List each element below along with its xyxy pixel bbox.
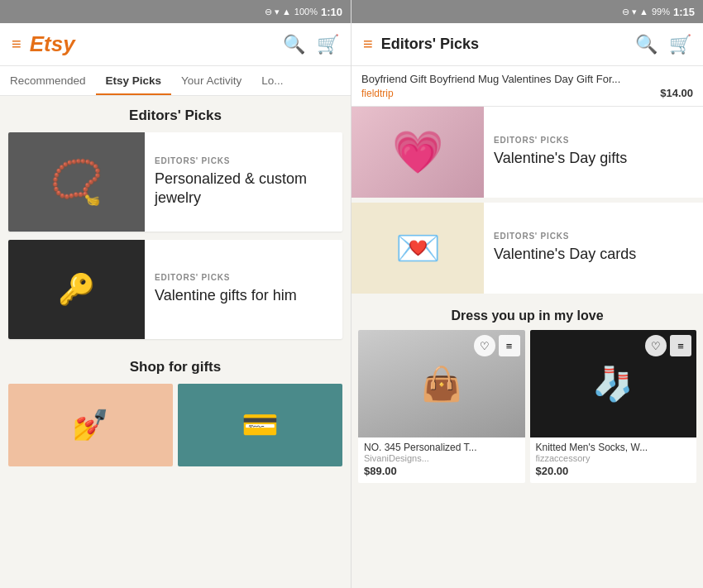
hamburger-icon-left[interactable]: ≡	[12, 35, 22, 54]
app-header-left: ≡ Etsy 🔍 🛒	[0, 23, 351, 66]
product-name-dopp: NO. 345 Personalized T...	[364, 442, 519, 453]
featured-price: $14.00	[660, 87, 693, 99]
card-image-valentine-him	[8, 240, 145, 339]
do-not-disturb-icon-right: ⊖	[622, 7, 629, 17]
card-heart-pillow[interactable]: 💗 EDITORS' PICKS Valentine's Day gifts	[352, 107, 703, 198]
product-shop-dopp: SivaniDesigns...	[364, 453, 519, 463]
card-image-jewelry	[8, 132, 145, 232]
product-image-dopp-kit: 👜 ♡ ≡	[358, 330, 525, 437]
card-text-jewelry: EDITORS' PICKS Personalized & custom jew…	[145, 132, 342, 232]
product-image-socks: 🧦 ♡ ≡	[530, 330, 697, 437]
time-right: 1:15	[673, 6, 695, 18]
product-socks[interactable]: 🧦 ♡ ≡ Knitted Men's Socks, W... fizzacce…	[530, 330, 697, 483]
signal-icon-right: ▲	[639, 7, 648, 17]
heart-button-dopp[interactable]: ♡	[474, 335, 495, 356]
header-icons-left: 🔍 🛒	[283, 34, 339, 55]
time-left: 1:10	[321, 6, 342, 18]
gifts-grid: 💅 💳	[0, 384, 351, 466]
editors-picks-title: Editors' Picks	[0, 96, 351, 132]
card-image-valentine-card: 💌	[352, 203, 484, 294]
app-header-right: ≡ Editors' Picks 🔍 🛒	[352, 23, 703, 66]
tab-more[interactable]: Lo...	[251, 66, 293, 95]
heart-button-socks[interactable]: ♡	[645, 335, 667, 356]
right-content: 💗 EDITORS' PICKS Valentine's Day gifts 💌…	[352, 107, 703, 588]
shop-gifts-title: Shop for gifts	[0, 347, 351, 384]
card-valentine-card[interactable]: 💌 EDITORS' PICKS Valentine's Day cards	[352, 203, 703, 294]
battery-percent-right: 99%	[652, 7, 670, 17]
hamburger-icon-right[interactable]: ≡	[363, 35, 373, 54]
page-title-right: Editors' Picks	[381, 36, 635, 53]
left-phone: ⊖ ▾ ▲ 100% 1:10 ≡ Etsy 🔍 🛒 Recommended E…	[0, 0, 352, 588]
card-title-1: Personalized & custom jewelry	[155, 170, 332, 208]
signal-icon: ▲	[282, 7, 291, 17]
tab-recommended[interactable]: Recommended	[0, 66, 96, 95]
card-title-2: Valentine gifts for him	[155, 286, 297, 305]
tab-bar: Recommended Etsy Picks Your Activity Lo.…	[0, 66, 351, 96]
card-valentine-him[interactable]: EDITORS' PICKS Valentine gifts for him	[8, 240, 342, 339]
featured-bar[interactable]: Boyfriend Gift Boyfriend Mug Valentines …	[352, 66, 703, 107]
product-name-socks: Knitted Men's Socks, W...	[536, 442, 691, 453]
status-icons-left: ⊖ ▾ ▲	[265, 7, 291, 17]
product-overlay-socks: ♡ ≡	[645, 335, 691, 356]
do-not-disturb-icon: ⊖	[265, 7, 272, 17]
product-info-dopp: NO. 345 Personalized T... SivaniDesigns.…	[358, 437, 525, 483]
product-price-socks: $20.00	[536, 465, 691, 477]
card-image-heart-pillow: 💗	[352, 107, 484, 198]
product-info-socks: Knitted Men's Socks, W... fizzaccessory …	[530, 437, 697, 483]
right-phone: ⊖ ▾ ▲ 99% 1:15 ≡ Editors' Picks 🔍 🛒 Boyf…	[352, 0, 703, 588]
editors-label-2: EDITORS' PICKS	[155, 273, 297, 282]
cart-icon-left[interactable]: 🛒	[317, 34, 339, 55]
card-text-valentine-card: EDITORS' PICKS Valentine's Day cards	[484, 203, 646, 294]
gift-thumb-nails[interactable]: 💅	[8, 384, 173, 466]
wifi-icon: ▾	[275, 7, 280, 17]
dress-section: Dress you up in my love 👜 ♡ ≡ NO. 345 Pe…	[352, 299, 703, 483]
list-button-dopp[interactable]: ≡	[499, 335, 520, 356]
status-bar-right: ⊖ ▾ ▲ 99% 1:15	[352, 0, 703, 23]
search-icon-right[interactable]: 🔍	[635, 34, 658, 55]
dress-section-title: Dress you up in my love	[352, 299, 703, 330]
featured-shop: fieldtrip	[361, 88, 394, 99]
product-overlay-dopp: ♡ ≡	[474, 335, 520, 356]
left-content: Editors' Picks EDITORS' PICKS Personaliz…	[0, 96, 351, 588]
product-grid: 👜 ♡ ≡ NO. 345 Personalized T... SivaniDe…	[352, 330, 703, 483]
gift-thumb-wallet[interactable]: 💳	[178, 384, 342, 466]
editors-label-3: EDITORS' PICKS	[494, 136, 627, 145]
status-bar-left: ⊖ ▾ ▲ 100% 1:10	[0, 0, 351, 23]
product-price-dopp: $89.00	[364, 465, 519, 477]
cart-icon-right[interactable]: 🛒	[669, 34, 691, 55]
card-text-valentine-him: EDITORS' PICKS Valentine gifts for him	[145, 240, 307, 339]
editors-label-4: EDITORS' PICKS	[494, 232, 636, 241]
shop-for-gifts: Shop for gifts 💅 💳	[0, 347, 351, 475]
header-icons-right: 🔍 🛒	[635, 34, 691, 55]
featured-sub: fieldtrip $14.00	[361, 87, 693, 99]
tab-etsy-picks[interactable]: Etsy Picks	[96, 66, 172, 95]
status-icons-right: ⊖ ▾ ▲	[622, 7, 648, 17]
battery-percent-left: 100%	[294, 7, 318, 17]
card-title-3: Valentine's Day gifts	[494, 149, 627, 168]
card-jewelry[interactable]: EDITORS' PICKS Personalized & custom jew…	[8, 132, 342, 232]
product-dopp-kit[interactable]: 👜 ♡ ≡ NO. 345 Personalized T... SivaniDe…	[358, 330, 525, 483]
product-shop-socks: fizzaccessory	[536, 453, 691, 463]
editors-label-1: EDITORS' PICKS	[155, 156, 332, 165]
list-button-socks[interactable]: ≡	[670, 335, 691, 356]
card-text-heart-pillow: EDITORS' PICKS Valentine's Day gifts	[484, 107, 637, 198]
card-title-4: Valentine's Day cards	[494, 245, 636, 264]
tab-your-activity[interactable]: Your Activity	[171, 66, 251, 95]
brand-logo[interactable]: Etsy	[30, 31, 283, 57]
featured-title: Boyfriend Gift Boyfriend Mug Valentines …	[361, 73, 693, 85]
search-icon-left[interactable]: 🔍	[283, 34, 305, 55]
wifi-icon-right: ▾	[632, 7, 637, 17]
